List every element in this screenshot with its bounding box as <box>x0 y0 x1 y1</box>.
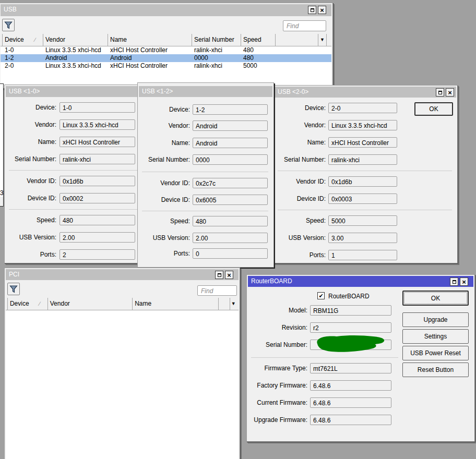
form-separator <box>278 171 452 171</box>
filter-button[interactable] <box>7 283 20 295</box>
column-header-serial[interactable]: Serial Number <box>192 34 241 46</box>
maximize-button[interactable] <box>436 88 444 96</box>
usb-1-0-name-field[interactable]: xHCI Host Controller <box>59 137 135 147</box>
form-separator <box>9 170 151 171</box>
usb-1-2-device-label: Device: <box>139 106 190 113</box>
usb-2-0-device-field[interactable]: 2-0 <box>328 103 397 113</box>
usb-1-2-device-field[interactable]: 1-2 <box>193 104 268 115</box>
usb-1-0-device-id-field[interactable]: 0x0002 <box>59 193 135 203</box>
usb-2-0-ports-field[interactable]: 1 <box>328 250 397 260</box>
close-button[interactable]: × <box>460 277 468 286</box>
usb-2-0-usb-version-label: USB Version: <box>275 234 326 241</box>
header-filler <box>327 34 331 46</box>
usb-2-0-vendor-label: Vendor: <box>275 122 326 129</box>
maximize-button[interactable] <box>450 277 458 286</box>
column-header-name[interactable]: Name <box>133 298 218 310</box>
reset-button-button[interactable]: Reset Button <box>402 363 469 377</box>
close-button[interactable]: × <box>225 271 233 279</box>
usb-window: USB × Find Device∕ Vendor Name Serial Nu… <box>0 3 333 89</box>
routerboard-revision-label: Revision: <box>248 324 307 331</box>
usb-1-2-titlebar[interactable]: USB <1-2> <box>139 86 272 97</box>
usb-table-row[interactable]: 1-0Linux 3.3.5 xhci-hcdxHCI Host Control… <box>1 46 331 54</box>
usb-table: Device∕ Vendor Name Serial Number Speed … <box>1 34 331 87</box>
maximize-button[interactable] <box>308 6 316 14</box>
routerboard-serial-number-label: Serial Number: <box>248 341 307 348</box>
usb-1-0-serial-number-field[interactable]: ralink-xhci <box>59 154 135 164</box>
usb-2-0-ports-label: Ports: <box>275 251 326 259</box>
column-menu-button[interactable]: ▼ <box>230 298 236 310</box>
maximize-button[interactable] <box>215 271 223 279</box>
usb-2-0-vendor-id-field[interactable]: 0x1d6b <box>328 176 397 187</box>
column-header-device[interactable]: Device∕ <box>8 298 48 310</box>
column-menu-button[interactable]: ▼ <box>318 34 327 46</box>
routerboard-firmware-type-field[interactable]: mt7621L <box>310 363 391 373</box>
usb-1-2-vendor-label: Vendor: <box>139 122 190 129</box>
usb-window-titlebar[interactable]: USB × <box>1 4 331 16</box>
usb-find-input[interactable]: Find <box>283 20 326 31</box>
usb-1-0-usb-version-field[interactable]: 2.00 <box>59 232 135 243</box>
usb-1-2-serial-number-field[interactable]: 0000 <box>193 154 268 165</box>
column-header-name[interactable]: Name <box>108 34 192 46</box>
usb-1-0-speed-field[interactable]: 480 <box>59 215 135 225</box>
routerboard-titlebar[interactable]: RouterBOARD × <box>248 276 473 287</box>
column-header-blank <box>276 34 318 46</box>
pci-find-input[interactable]: Find <box>197 285 237 296</box>
sort-ascending-icon: ∕ <box>34 34 35 45</box>
pci-table-header: Device∕ Vendor Name ▼ <box>6 298 239 310</box>
ok-button[interactable]: OK <box>414 102 453 116</box>
usb-table-row[interactable]: 2-0Linux 3.3.5 xhci-hcdxHCI Host Control… <box>1 62 331 70</box>
funnel-icon <box>9 285 18 293</box>
column-header-vendor[interactable]: Vendor <box>43 34 108 46</box>
ok-button[interactable]: OK <box>402 291 469 306</box>
usb-2-0-speed-label: Speed: <box>275 217 326 224</box>
usb-1-2-ports-field[interactable]: 0 <box>193 248 268 259</box>
usb-table-row[interactable]: 1-2AndroidAndroid0000480 <box>1 54 331 62</box>
usb-1-0-vendor-field[interactable]: Linux 3.3.5 xhci-hcd <box>59 119 135 130</box>
usb-2-0-serial-number-field[interactable]: ralink-xhci <box>328 154 397 165</box>
usb-1-2-speed-field[interactable]: 480 <box>193 216 268 226</box>
filter-button[interactable] <box>2 19 15 31</box>
maximize-icon <box>311 8 314 12</box>
usb-1-0-ports-field[interactable]: 2 <box>59 249 135 260</box>
column-header-device[interactable]: Device∕ <box>3 34 43 46</box>
close-button[interactable]: × <box>446 88 454 96</box>
routerboard-model-field[interactable]: RBM11G <box>310 305 391 316</box>
pci-titlebar[interactable]: PCI × <box>6 269 239 280</box>
usb-2-0-title: USB <2-0> <box>278 88 308 95</box>
routerboard-revision-field[interactable]: r2 <box>310 322 391 333</box>
form-separator <box>9 209 151 210</box>
cell-speed: 480 <box>241 46 276 54</box>
usb-1-2-vendor-field[interactable]: Android <box>193 120 268 131</box>
routerboard-checkbox[interactable]: ✔ <box>317 292 325 299</box>
usb-1-2-device-id-field[interactable]: 0x6005 <box>193 195 268 205</box>
usb-1-2-vendor-id-field[interactable]: 0x2c7c <box>193 178 268 188</box>
routerboard-current-firmware-field[interactable]: 6.48.6 <box>310 397 391 408</box>
usb-1-2-serial-number-label: Serial Number: <box>139 156 190 163</box>
usb-2-0-usb-version-field[interactable]: 3.00 <box>328 233 397 243</box>
usb-1-0-vendor-id-field[interactable]: 0x1d6b <box>59 176 135 186</box>
usb-1-0-vendor-label: Vendor: <box>6 121 56 128</box>
cell-name: Android <box>108 54 192 62</box>
column-header-vendor[interactable]: Vendor <box>48 298 133 310</box>
pci-table: Device∕ Vendor Name ▼ <box>6 298 239 459</box>
settings-button[interactable]: Settings <box>402 329 469 344</box>
usb-2-0-device-id-field[interactable]: 0x0003 <box>328 194 397 204</box>
close-button[interactable]: × <box>318 6 326 14</box>
upgrade-button[interactable]: Upgrade <box>402 312 469 327</box>
usb-2-0-speed-field[interactable]: 5000 <box>328 215 397 226</box>
usb-1-2-usb-version-label: USB Version: <box>139 234 190 241</box>
usb-power-reset-button[interactable]: USB Power Reset <box>402 346 469 360</box>
routerboard-upgrade-firmware-field[interactable]: 6.48.6 <box>310 415 391 425</box>
usb-2-0-vendor-field[interactable]: Linux 3.3.5 xhci-hcd <box>328 120 397 130</box>
cell-pad <box>318 54 327 62</box>
usb-1-0-titlebar[interactable]: USB <1-0> <box>6 86 155 97</box>
usb-2-0-titlebar[interactable]: USB <2-0> × <box>275 87 456 98</box>
usb-1-0-speed-label: Speed: <box>6 216 56 224</box>
usb-1-2-usb-version-field[interactable]: 2.00 <box>193 233 268 243</box>
usb-1-0-device-field[interactable]: 1-0 <box>59 102 135 113</box>
column-header-speed[interactable]: Speed <box>241 34 276 46</box>
routerboard-factory-firmware-field[interactable]: 6.48.6 <box>310 380 391 391</box>
usb-1-2-title: USB <1-2> <box>142 88 173 95</box>
usb-2-0-name-field[interactable]: xHCI Host Controller <box>328 137 397 148</box>
usb-1-2-name-field[interactable]: Android <box>193 138 268 148</box>
